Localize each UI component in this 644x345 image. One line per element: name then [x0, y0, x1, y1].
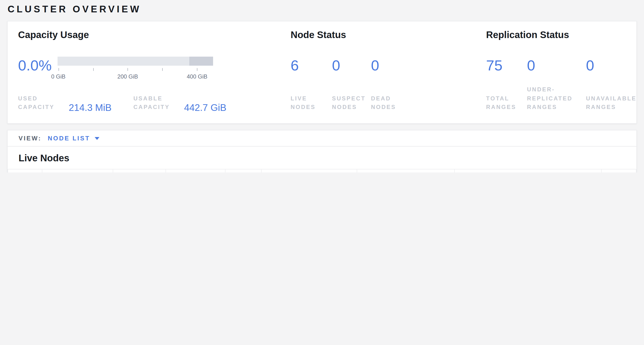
used-capacity-value: 214.3 MiB: [69, 102, 112, 113]
capacity-gauge-nonusable-segment: [189, 57, 213, 66]
node-status-panel: Node Status 6 LIVE NODES 0 SUSPECT NODES…: [290, 30, 486, 112]
live-nodes-label: LIVE NODES: [290, 94, 332, 112]
live-nodes-title: Live Nodes: [8, 147, 636, 169]
live-nodes-stat: 6 LIVE NODES: [290, 57, 332, 112]
summary-card: Capacity Usage 0.0%: [7, 21, 637, 124]
suspect-nodes-label: SUSPECT NODES: [332, 94, 371, 112]
axis-tick: [162, 68, 163, 71]
axis-tick: [197, 68, 198, 71]
column-header-version[interactable]: VERSION: [454, 169, 602, 173]
axis-tick-label: 400 GiB: [187, 73, 207, 80]
dead-nodes-stat: 0 DEAD NODES: [371, 57, 418, 112]
axis-tick: [93, 68, 94, 71]
usable-capacity-label: USABLE CAPACITY: [134, 94, 170, 112]
replication-status-panel: Replication Status 75 TOTAL RANGES 0 UND…: [486, 30, 644, 112]
total-ranges-stat: 75 TOTAL RANGES: [486, 57, 527, 112]
under-replicated-ranges-stat: 0 UNDER- REPLICATED RANGES: [527, 57, 586, 112]
column-header-uptime[interactable]: UPTIME: [113, 169, 166, 173]
replication-status-title: Replication Status: [486, 30, 644, 41]
axis-tick: [58, 68, 59, 71]
dead-nodes-label: DEAD NODES: [371, 94, 418, 112]
axis-tick: [128, 68, 128, 71]
capacity-gauge-track: [58, 57, 213, 66]
axis-tick-label: 200 GiB: [118, 73, 138, 80]
view-label: VIEW:: [18, 135, 42, 142]
usable-capacity-value: 442.7 GiB: [184, 102, 226, 113]
dead-nodes-count: 0: [371, 58, 418, 73]
column-header-capacity-usage[interactable]: CAPACITY USAGE: [261, 169, 357, 173]
capacity-used-percent: 0.0%: [18, 58, 58, 73]
node-status-title: Node Status: [290, 30, 486, 41]
under-replicated-ranges-label: UNDER- REPLICATED RANGES: [527, 85, 586, 112]
live-nodes-card: VIEW: NODE LIST Live Nodes ID ADDRESS UP…: [7, 130, 637, 173]
unavailable-ranges-count: 0: [586, 58, 644, 73]
chevron-down-icon: [95, 137, 100, 140]
column-header-address[interactable]: ADDRESS: [42, 169, 113, 173]
column-header-mem-usage[interactable]: MEM USAGE: [357, 169, 454, 173]
total-ranges-count: 75: [486, 58, 527, 73]
view-dropdown[interactable]: NODE LIST: [48, 135, 100, 142]
column-header-logs: LOGS: [602, 169, 636, 173]
view-bar: VIEW: NODE LIST: [8, 130, 636, 147]
unavailable-ranges-stat: 0 UNAVAILABLE RANGES: [586, 57, 644, 112]
column-header-id[interactable]: ID: [8, 169, 42, 173]
suspect-nodes-stat: 0 SUSPECT NODES: [332, 57, 371, 112]
total-ranges-label: TOTAL RANGES: [486, 94, 527, 112]
used-capacity-label: USED CAPACITY: [18, 94, 54, 112]
unavailable-ranges-label: UNAVAILABLE RANGES: [586, 94, 644, 112]
usable-capacity-stat: USABLE CAPACITY 442.7 GiB: [134, 94, 226, 112]
capacity-usage-panel: Capacity Usage 0.0%: [8, 30, 290, 112]
live-nodes-table: ID ADDRESS UPTIME REPLICAS CPUS CAPACITY…: [8, 169, 636, 173]
column-header-replicas[interactable]: REPLICAS: [166, 169, 225, 173]
table-header-row: ID ADDRESS UPTIME REPLICAS CPUS CAPACITY…: [8, 169, 636, 173]
under-replicated-ranges-count: 0: [527, 58, 586, 73]
suspect-nodes-count: 0: [332, 58, 371, 73]
capacity-gauge-axis: 0 GiB 200 GiB 400 GiB: [58, 68, 213, 82]
used-capacity-stat: USED CAPACITY 214.3 MiB: [18, 94, 112, 112]
live-nodes-count: 6: [290, 58, 332, 73]
page-title: CLUSTER OVERVIEW: [0, 0, 644, 15]
capacity-usage-gauge: 0 GiB 200 GiB 400 GiB: [58, 57, 213, 82]
axis-tick-label: 0 GiB: [51, 73, 66, 80]
column-header-cpus: CPUS: [225, 169, 261, 173]
cluster-overview-page: CLUSTER OVERVIEW Capacity Usage 0.0%: [0, 0, 644, 173]
view-dropdown-value: NODE LIST: [48, 135, 90, 142]
capacity-usage-title: Capacity Usage: [18, 30, 290, 41]
